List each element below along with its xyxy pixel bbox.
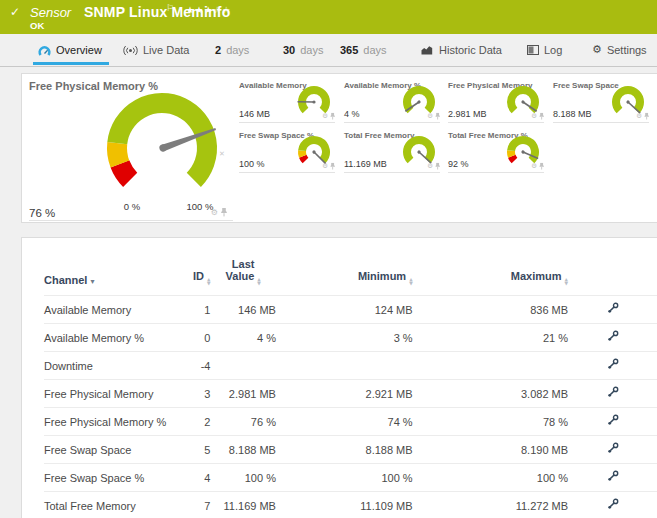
column-label: Last [210, 258, 276, 270]
gauge-settings-icon[interactable]: ⚙ [322, 163, 328, 169]
edit-channel-button[interactable] [606, 441, 620, 458]
channel-last-value: 100 % [210, 464, 276, 492]
channel-actions [568, 464, 657, 492]
mini-gauge-value: 100 % [239, 159, 265, 169]
channel-name: Free Swap Space [44, 436, 173, 464]
edit-channel-button[interactable] [606, 413, 620, 430]
edit-channel-button[interactable] [606, 497, 620, 514]
channel-actions [568, 296, 657, 324]
tab-bar: Overview Live Data 2 days 30 days 365 da… [0, 34, 657, 67]
channel-name: Free Physical Memory % [44, 408, 173, 436]
tab-historic-data[interactable]: Historic Data [421, 40, 502, 66]
channel-table-panel: Channel▾ ID▲▼ Last Value▲▼ Minimum▲▼ [21, 237, 657, 518]
channel-id: 3 [173, 380, 211, 408]
gauge-settings-icon[interactable]: ⚙ [427, 163, 433, 169]
tab-settings[interactable]: ⚙ Settings [592, 40, 647, 66]
gauge-settings-icon[interactable]: ⚙ [636, 113, 642, 119]
tab-log[interactable]: Log [527, 40, 562, 66]
channel-id: 7 [173, 492, 211, 518]
gauge-tools: ⚙ [531, 113, 544, 120]
tab-30-days[interactable]: 30 days [283, 40, 324, 66]
column-header-actions [568, 252, 657, 296]
channel-actions [568, 380, 657, 408]
sort-icon: ▲▼ [257, 278, 260, 286]
tab-label-number: 2 [215, 44, 221, 56]
gauge-settings-icon[interactable]: ⚙ [427, 113, 433, 119]
channel-name: Free Swap Space % [44, 464, 173, 492]
gauge-tools: ⚙ [211, 208, 227, 217]
pin-icon[interactable] [539, 113, 544, 120]
pin-icon[interactable] [435, 163, 440, 170]
column-header-id[interactable]: ID▲▼ [173, 252, 211, 296]
tab-2-days[interactable]: 2 days [215, 40, 249, 66]
mini-gauge-available-memory: Available Memory 146 MB ⚙ [239, 80, 335, 123]
channel-minimum: 2.921 MB [276, 380, 413, 408]
mini-gauge-free-swap-space: Free Swap Space 8.188 MB ⚙ [553, 80, 649, 123]
gauge-settings-icon[interactable]: ⚙ [531, 163, 537, 169]
channel-row: Free Physical Memory32.981 MB2.921 MB3.0… [44, 380, 657, 408]
channel-last-value: 11.169 MB [210, 492, 276, 518]
channel-row: Free Swap Space %4100 %100 %100 % [44, 464, 657, 492]
pin-icon[interactable] [435, 113, 440, 120]
mini-gauge-total-free-memory: Total Free Memory 11.169 MB ⚙ [344, 130, 440, 173]
pin-icon[interactable] [644, 113, 649, 120]
gauge-dial [104, 89, 219, 191]
pin-icon[interactable] [221, 208, 227, 217]
edit-channel-button[interactable] [606, 301, 620, 318]
column-header-maximum[interactable]: Maximum▲▼ [413, 252, 568, 296]
edit-channel-button[interactable] [606, 329, 620, 346]
channel-row: Total Free Memory711.169 MB11.109 MB11.2… [44, 492, 657, 518]
gauge-settings-icon[interactable]: ⚙ [322, 113, 328, 119]
mini-gauge-free-physical-memory: Free Physical Memory 2.981 MB ⚙ [448, 80, 544, 123]
pin-icon[interactable] [330, 113, 335, 120]
channel-last-value: 76 % [210, 408, 276, 436]
channel-name: Free Physical Memory [44, 380, 173, 408]
flag-icon[interactable]: ⚐ [166, 3, 174, 13]
channel-maximum: 21 % [413, 324, 568, 352]
pin-icon[interactable] [330, 163, 335, 170]
channel-row: Downtime-4 [44, 352, 657, 380]
gear-icon: ⚙ [592, 45, 602, 55]
mini-gauge-title: Free Swap Space [553, 81, 619, 90]
column-header-minimum[interactable]: Minimum▲▼ [276, 252, 413, 296]
channel-row: Free Physical Memory %276 %74 %78 % [44, 408, 657, 436]
gauge-tools: ⚙ [531, 163, 544, 170]
gauge-settings-icon[interactable]: ⚙ [531, 113, 537, 119]
status-badge: OK [30, 20, 44, 31]
tab-label: Settings [607, 44, 647, 56]
column-header-last-value[interactable]: Last Value▲▼ [210, 252, 276, 296]
edit-channel-button[interactable] [606, 385, 620, 402]
wrench-icon [607, 498, 619, 510]
edit-channel-button[interactable] [606, 357, 620, 374]
mini-gauge-free-swap-space-pct: Free Swap Space % 100 % ⚙ [239, 130, 335, 173]
tab-live-data[interactable]: Live Data [123, 40, 189, 66]
log-icon [527, 45, 539, 55]
wrench-icon [607, 442, 619, 454]
tab-label-number: 30 [283, 44, 295, 56]
gauge-icon [38, 45, 51, 56]
channel-name: Total Free Memory [44, 492, 173, 518]
channel-id: 1 [173, 296, 211, 324]
tab-365-days[interactable]: 365 days [340, 40, 387, 66]
channel-maximum [413, 352, 568, 380]
channel-last-value: 146 MB [210, 296, 276, 324]
mini-gauge-total-free-memory-pct: Total Free Memory % 92 % ⚙ [448, 130, 544, 173]
column-header-channel[interactable]: Channel▾ [44, 252, 173, 296]
channel-name: Available Memory % [44, 324, 173, 352]
star-rating[interactable]: ★★★☆☆ [186, 5, 231, 15]
gauge-settings-icon[interactable]: ⚙ [211, 209, 218, 217]
mini-gauge-available-memory-pct: Available Memory % 4 % ⚙ [344, 80, 440, 123]
gauge-tools: ⚙ [322, 113, 335, 120]
wrench-icon [607, 358, 619, 370]
gauge-tools: ⚙ [636, 113, 649, 120]
tab-label: days [226, 44, 249, 56]
channel-actions [568, 492, 657, 518]
column-label: Maximum [511, 270, 562, 282]
live-data-icon [123, 45, 138, 56]
mini-gauge-value: 11.169 MB [344, 159, 387, 169]
pin-icon[interactable] [539, 163, 544, 170]
tab-label: Historic Data [439, 44, 502, 56]
tab-overview[interactable]: Overview [38, 40, 102, 66]
table-header-row: Channel▾ ID▲▼ Last Value▲▼ Minimum▲▼ [44, 252, 657, 296]
edit-channel-button[interactable] [606, 469, 620, 486]
